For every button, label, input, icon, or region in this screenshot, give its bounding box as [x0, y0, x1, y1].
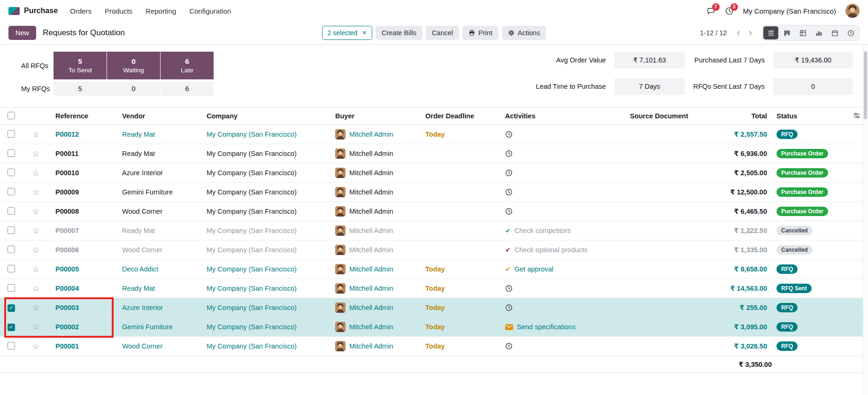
company-link[interactable]: My Company (San Francisco): [207, 131, 297, 138]
all-rfqs-filter[interactable]: All RFQs: [21, 62, 53, 70]
table-row[interactable]: ☆P00008Wood CornerMy Company (San Franci…: [0, 202, 868, 221]
activities-icon[interactable]: 3: [725, 7, 734, 15]
buyer-link[interactable]: Mitchell Admin: [349, 208, 393, 215]
row-checkbox[interactable]: ✓: [8, 304, 15, 312]
company-link[interactable]: My Company (San Francisco): [207, 304, 297, 311]
pager-next-icon[interactable]: ›: [745, 28, 755, 38]
buyer-link[interactable]: Mitchell Admin: [349, 265, 393, 273]
graph-view-icon[interactable]: [811, 26, 826, 39]
buyer-link[interactable]: Mitchell Admin: [349, 323, 393, 331]
check-activity-icon[interactable]: ✔: [505, 227, 511, 234]
kpi-to-send[interactable]: 5 To Send: [54, 52, 107, 79]
kpi-my-waiting[interactable]: 0: [107, 82, 160, 96]
reference-link[interactable]: P00004: [55, 285, 79, 292]
table-row[interactable]: ☆P00007Ready MatMy Company (San Francisc…: [0, 221, 868, 240]
company-link[interactable]: My Company (San Francisco): [207, 227, 297, 234]
company-link[interactable]: My Company (San Francisco): [207, 246, 297, 254]
vendor-link[interactable]: Gemini Furniture: [122, 323, 173, 331]
reference-link[interactable]: P00007: [55, 227, 79, 234]
clock-activity-icon[interactable]: [505, 304, 513, 311]
actions-button[interactable]: Actions: [502, 26, 546, 40]
vendor-link[interactable]: Ready Mat: [122, 150, 155, 157]
header-vendor[interactable]: Vendor: [117, 108, 202, 125]
calendar-view-icon[interactable]: [827, 26, 842, 39]
activity-view-icon[interactable]: [843, 26, 858, 39]
cancel-button[interactable]: Cancel: [426, 26, 459, 40]
activity-label[interactable]: Check optional products: [515, 246, 588, 254]
messages-icon[interactable]: 7: [707, 7, 715, 15]
row-checkbox[interactable]: [8, 149, 15, 157]
buyer-link[interactable]: Mitchell Admin: [349, 304, 393, 311]
favorite-star-icon[interactable]: ☆: [32, 226, 39, 235]
table-row[interactable]: ☆P00005Deco AddictMy Company (San Franci…: [0, 260, 868, 279]
reference-link[interactable]: P00010: [55, 169, 79, 177]
row-checkbox[interactable]: [8, 169, 15, 176]
reference-link[interactable]: P00011: [55, 150, 78, 157]
table-row[interactable]: ☆P00001Wood CornerMy Company (San Franci…: [0, 337, 868, 356]
vendor-link[interactable]: Wood Corner: [122, 208, 162, 215]
row-checkbox[interactable]: [8, 342, 15, 349]
company-link[interactable]: My Company (San Francisco): [207, 265, 297, 273]
vendor-link[interactable]: Ready Mat: [122, 131, 155, 138]
favorite-star-icon[interactable]: ☆: [32, 130, 39, 139]
list-view-icon[interactable]: [763, 26, 778, 39]
row-checkbox[interactable]: [8, 226, 15, 234]
header-buyer[interactable]: Buyer: [330, 108, 421, 125]
clock-activity-icon[interactable]: [505, 285, 513, 292]
clear-selection-icon[interactable]: ×: [362, 29, 366, 37]
vendor-link[interactable]: Azure Interior: [122, 169, 163, 177]
buyer-link[interactable]: Mitchell Admin: [349, 169, 393, 177]
header-total[interactable]: Total: [693, 108, 772, 125]
kpi-my-to-send[interactable]: 5: [54, 82, 107, 96]
favorite-star-icon[interactable]: ☆: [32, 303, 39, 312]
vendor-link[interactable]: Wood Corner: [122, 246, 162, 254]
company-link[interactable]: My Company (San Francisco): [207, 342, 297, 350]
clock-activity-icon[interactable]: [505, 131, 513, 138]
favorite-star-icon[interactable]: ☆: [32, 207, 39, 216]
check-activity-icon[interactable]: ✔: [505, 266, 511, 272]
favorite-star-icon[interactable]: ☆: [32, 188, 39, 197]
row-checkbox[interactable]: [8, 130, 15, 138]
company-link[interactable]: My Company (San Francisco): [207, 150, 297, 157]
reference-link[interactable]: P00005: [55, 265, 79, 273]
app-name[interactable]: Purchase: [24, 7, 58, 15]
vendor-link[interactable]: Wood Corner: [122, 342, 162, 350]
buyer-link[interactable]: Mitchell Admin: [349, 150, 393, 157]
kpi-my-late[interactable]: 6: [161, 82, 214, 96]
kpi-late[interactable]: 6 Late: [161, 52, 214, 79]
vendor-link[interactable]: Deco Addict: [122, 265, 158, 273]
buyer-link[interactable]: Mitchell Admin: [349, 342, 393, 350]
clock-activity-icon[interactable]: [505, 208, 513, 215]
company-link[interactable]: My Company (San Francisco): [207, 208, 297, 215]
buyer-link[interactable]: Mitchell Admin: [349, 246, 393, 254]
table-row[interactable]: ☆P00006Wood CornerMy Company (San Franci…: [0, 240, 868, 260]
reference-link[interactable]: P00009: [55, 188, 79, 196]
clock-activity-icon[interactable]: [505, 169, 513, 177]
favorite-star-icon[interactable]: ☆: [32, 342, 39, 351]
buyer-link[interactable]: Mitchell Admin: [349, 227, 393, 234]
my-rfqs-filter[interactable]: My RFQs: [21, 85, 53, 93]
row-checkbox[interactable]: [8, 284, 15, 292]
activity-label[interactable]: Send specifications: [517, 323, 576, 331]
kpi-waiting[interactable]: 0 Waiting: [107, 52, 160, 79]
company-link[interactable]: My Company (San Francisco): [207, 169, 297, 177]
new-button[interactable]: New: [8, 26, 36, 40]
buyer-link[interactable]: Mitchell Admin: [349, 285, 393, 292]
table-row[interactable]: ☆P00009Gemini FurnitureMy Company (San F…: [0, 183, 868, 202]
row-checkbox[interactable]: [8, 246, 15, 253]
reference-link[interactable]: P00006: [55, 246, 79, 254]
odoo-app-logo[interactable]: [8, 7, 20, 15]
favorite-star-icon[interactable]: ☆: [32, 246, 39, 255]
create-bills-button[interactable]: Create Bills: [376, 26, 422, 40]
row-checkbox[interactable]: [8, 188, 15, 195]
user-avatar[interactable]: [845, 4, 860, 18]
menu-reporting[interactable]: Reporting: [146, 7, 176, 15]
reference-link[interactable]: P00002: [55, 323, 79, 331]
header-activities[interactable]: Activities: [500, 108, 622, 125]
vendor-link[interactable]: Ready Mat: [122, 285, 155, 292]
company-name[interactable]: My Company (San Francisco): [743, 7, 836, 15]
pivot-view-icon[interactable]: [795, 26, 810, 39]
header-company[interactable]: Company: [202, 108, 330, 125]
envelope-activity-icon[interactable]: [505, 324, 513, 330]
header-order-deadline[interactable]: Order Deadline: [421, 108, 500, 125]
